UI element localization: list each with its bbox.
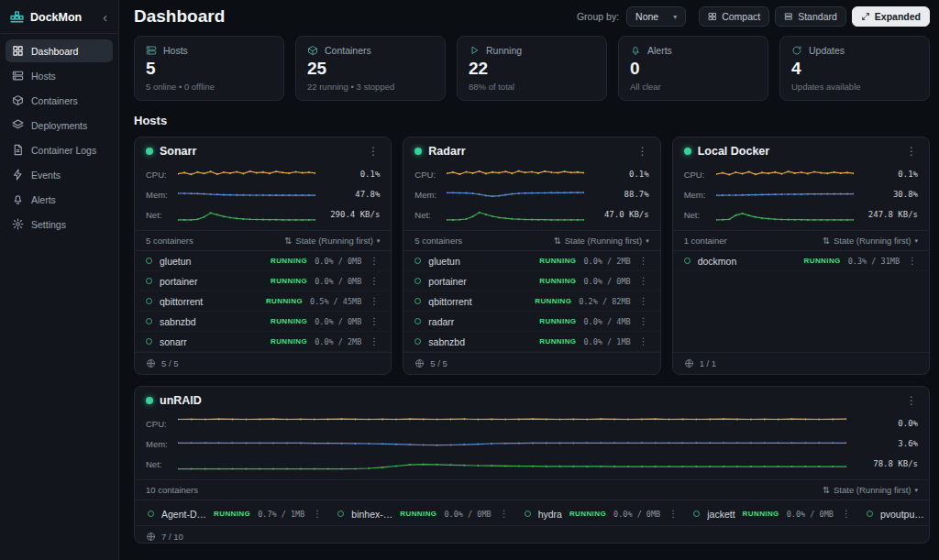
- container-row[interactable]: portainer RUNNING 0.0% / 0MB ⋮: [403, 271, 659, 291]
- kebab-menu-icon[interactable]: ⋮: [905, 394, 918, 407]
- sidebar-item-settings[interactable]: Settings: [6, 213, 113, 236]
- container-row[interactable]: binhex-… RUNNING 0.0% / 0MB ⋮: [330, 502, 516, 525]
- container-row[interactable]: sabnzbd RUNNING 0.0% / 1MB ⋮: [403, 332, 659, 352]
- sidebar-header: DockMon ‹: [0, 0, 118, 33]
- container-row[interactable]: gluetun RUNNING 0.0% / 0MB ⋮: [135, 251, 391, 271]
- kebab-menu-icon[interactable]: ⋮: [907, 256, 918, 266]
- mem-sparkline: [178, 435, 846, 452]
- view-standard-button[interactable]: Standard: [775, 6, 846, 27]
- container-state-badge: RUNNING: [271, 317, 307, 325]
- kebab-menu-icon[interactable]: ⋮: [638, 256, 649, 266]
- kebab-menu-icon[interactable]: ⋮: [638, 296, 649, 306]
- container-row[interactable]: hydra RUNNING 0.0% / 0MB ⋮: [517, 502, 687, 525]
- kebab-menu-icon[interactable]: ⋮: [312, 509, 323, 519]
- container-row[interactable]: sabnzbd RUNNING 0.0% / 0MB ⋮: [135, 312, 391, 332]
- kebab-menu-icon[interactable]: ⋮: [369, 336, 380, 346]
- container-stats: 0.0% / 0MB: [613, 510, 660, 519]
- container-stats: 0.2% / 82MB: [579, 297, 630, 306]
- zap-icon: [12, 169, 24, 181]
- stat-label: Running: [486, 45, 522, 56]
- container-state-badge: RUNNING: [271, 277, 307, 285]
- kebab-menu-icon[interactable]: ⋮: [841, 509, 852, 519]
- logs-file-icon: [12, 144, 24, 156]
- container-row[interactable]: sonarr RUNNING 0.0% / 2MB ⋮: [135, 332, 391, 352]
- sidebar-item-label: Deployments: [31, 120, 87, 131]
- mem-sparkline: [178, 186, 315, 203]
- container-state-badge: RUNNING: [539, 337, 576, 346]
- sidebar-collapse-icon[interactable]: ‹: [101, 13, 109, 22]
- sidebar-item-container-logs[interactable]: Container Logs: [6, 138, 113, 161]
- hosts-section-title: Hosts: [134, 114, 930, 127]
- metric-value: 30.8%: [861, 190, 918, 199]
- sort-control[interactable]: ⇅ State (Running first) ▾: [284, 236, 380, 246]
- metric-row: CPU: 0.1%: [146, 164, 380, 184]
- kebab-menu-icon[interactable]: ⋮: [369, 256, 380, 266]
- metric-label: Net:: [146, 459, 171, 469]
- host-status-dot: [414, 148, 422, 155]
- kebab-menu-icon[interactable]: ⋮: [905, 145, 918, 158]
- sidebar-item-label: Container Logs: [31, 145, 96, 156]
- kebab-menu-icon[interactable]: ⋮: [638, 276, 649, 286]
- container-state-badge: RUNNING: [539, 277, 576, 285]
- sort-control[interactable]: ⇅ State (Running first) ▾: [554, 236, 649, 246]
- sidebar-item-dashboard[interactable]: Dashboard: [6, 39, 113, 62]
- sort-label: State (Running first): [834, 485, 911, 495]
- globe-icon: [146, 532, 156, 542]
- view-compact-button[interactable]: Compact: [699, 6, 769, 27]
- container-stats: 0.0% / 1MB: [583, 337, 630, 346]
- container-row[interactable]: gluetun RUNNING 0.0% / 2MB ⋮: [403, 251, 659, 271]
- view-button-label: Compact: [722, 11, 760, 22]
- stat-label: Alerts: [647, 45, 672, 56]
- gear-icon: [12, 218, 24, 230]
- kebab-menu-icon[interactable]: ⋮: [369, 316, 380, 326]
- container-row[interactable]: qbittorrent RUNNING 0.5% / 45MB ⋮: [135, 291, 391, 312]
- container-state-badge: RUNNING: [743, 510, 779, 518]
- containers-count-label: 5 containers: [414, 236, 462, 246]
- kebab-menu-icon[interactable]: ⋮: [638, 336, 649, 346]
- view-button-label: Expanded: [875, 11, 921, 22]
- container-row[interactable]: jackett RUNNING 0.0% / 0MB ⋮: [686, 502, 859, 525]
- container-state-badge: RUNNING: [266, 297, 303, 305]
- host-name: Local Docker: [698, 145, 899, 158]
- container-row[interactable]: Agent-D… RUNNING 0.7% / 1MB ⋮: [140, 502, 330, 525]
- container-status-icon: [414, 338, 421, 345]
- host-card-local-docker: Local Docker ⋮ CPU: 0.1% Mem: 30.8% Net:: [672, 137, 930, 375]
- sidebar-item-alerts[interactable]: Alerts: [6, 188, 113, 211]
- kebab-menu-icon[interactable]: ⋮: [499, 509, 510, 519]
- kebab-menu-icon[interactable]: ⋮: [367, 145, 380, 158]
- stat-subtext: 88% of total: [469, 82, 595, 92]
- container-row[interactable]: pvoutpu… RUNNING 0.0% / 1MB ⋮: [859, 502, 929, 525]
- sort-control[interactable]: ⇅ State (Running first) ▾: [823, 236, 918, 246]
- sidebar-item-events[interactable]: Events: [6, 163, 113, 186]
- kebab-menu-icon[interactable]: ⋮: [369, 276, 380, 286]
- metric-value: 0.1%: [861, 170, 918, 179]
- group-by-select[interactable]: None ▾: [626, 6, 686, 27]
- kebab-menu-icon[interactable]: ⋮: [638, 316, 649, 326]
- container-state-badge: RUNNING: [804, 257, 841, 265]
- container-status-icon: [414, 258, 421, 264]
- container-name: qbittorrent: [160, 296, 259, 307]
- kebab-menu-icon[interactable]: ⋮: [369, 296, 380, 306]
- sidebar-item-label: Dashboard: [31, 46, 78, 57]
- container-status-icon: [414, 278, 421, 284]
- container-stats: 0.7% / 1MB: [258, 510, 304, 519]
- container-status-icon: [525, 511, 531, 517]
- sort-icon: ⇅: [823, 236, 830, 246]
- metric-label: CPU:: [146, 170, 171, 180]
- kebab-menu-icon[interactable]: ⋮: [636, 145, 649, 158]
- compact-grid-icon: [708, 12, 717, 21]
- kebab-menu-icon[interactable]: ⋮: [668, 509, 679, 519]
- view-expanded-button[interactable]: Expanded: [852, 6, 930, 27]
- sidebar-item-hosts[interactable]: Hosts: [6, 64, 113, 87]
- sort-control[interactable]: ⇅ State (Running first) ▾: [823, 485, 918, 495]
- container-row[interactable]: qbittorrent RUNNING 0.2% / 82MB ⋮: [403, 291, 659, 312]
- container-row[interactable]: radarr RUNNING 0.0% / 4MB ⋮: [403, 312, 659, 332]
- container-row[interactable]: portainer RUNNING 0.0% / 0MB ⋮: [135, 271, 391, 291]
- sidebar-item-deployments[interactable]: Deployments: [6, 114, 113, 137]
- metric-row: Net: 47.0 KB/s: [414, 204, 648, 225]
- sidebar-item-containers[interactable]: Containers: [6, 89, 113, 112]
- cpu-sparkline: [716, 166, 854, 182]
- container-list: gluetun RUNNING 0.0% / 0MB ⋮ portainer R…: [135, 251, 391, 352]
- container-name: sabnzbd: [428, 336, 532, 347]
- container-row[interactable]: dockmon RUNNING 0.3% / 31MB ⋮: [673, 251, 929, 271]
